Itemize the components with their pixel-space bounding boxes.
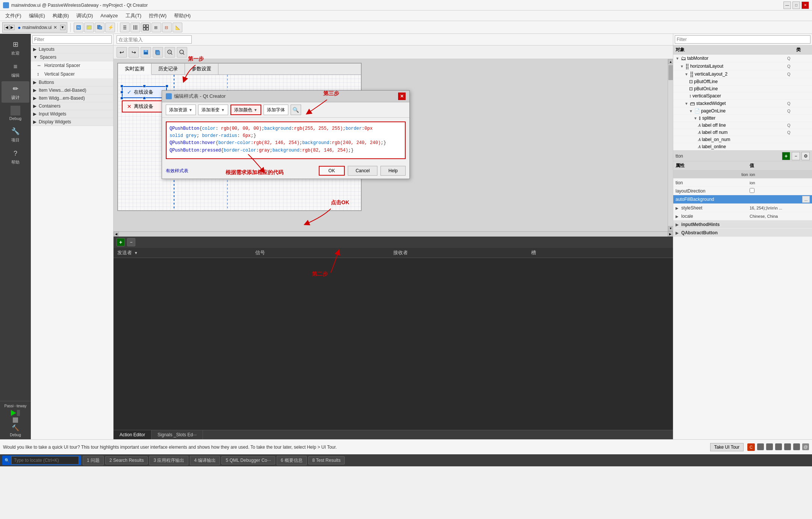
signal-add-btn[interactable]: + (117, 238, 125, 246)
offline-device-btn[interactable]: ✕ 离线设备 (122, 100, 167, 112)
signal-remove-btn[interactable]: − (127, 238, 135, 246)
status-icon-3[interactable] (775, 443, 782, 450)
tab-arrow-right[interactable]: ▶ (9, 25, 15, 30)
vertical-scrollbar[interactable]: ▲ ▼ (668, 59, 673, 231)
props-config-btn[interactable]: ⚙ (801, 152, 810, 160)
minimize-button[interactable]: — (783, 2, 791, 9)
props-category-qpushbutton[interactable]: ▶ QAbstractButton (673, 229, 812, 237)
widget-vspacer[interactable]: ↕ Vertical Spacer (31, 70, 113, 79)
saveas-btn[interactable] (153, 47, 163, 58)
sidebar-item-edit[interactable]: ≡ 编辑 (2, 59, 29, 80)
category-inputwidgets[interactable]: ▶ Input Widgets (31, 110, 113, 118)
run-icon[interactable] (11, 410, 16, 416)
obj-pButOnLine[interactable]: ⊡ pButOnLine (673, 85, 812, 93)
add-font-dropdown[interactable]: 添加字体 (264, 105, 288, 115)
modal-close-button[interactable]: ✕ (398, 93, 406, 100)
tab-history[interactable]: 历史记录 (151, 64, 185, 74)
tab-dropdown[interactable]: ▼ (60, 25, 65, 30)
hscroll-right[interactable]: ▶ (668, 231, 673, 237)
modal-cancel-button[interactable]: Cancel (348, 166, 377, 176)
bottom-tab-debugger[interactable]: 5 QML Debugger Co··· (221, 456, 275, 464)
obj-splitter[interactable]: ▼ ⫿ splitter (673, 115, 812, 122)
handle-ml[interactable] (120, 91, 123, 94)
designer-btn-1[interactable]: N (74, 23, 83, 32)
category-itemwidgets[interactable]: ▶ Item Widg...em-Based) (31, 94, 113, 102)
category-containers[interactable]: ▶ Containers (31, 102, 113, 110)
props-locale[interactable]: ▶ styleSheet 16, 254);)\n\n\n ... (673, 204, 812, 212)
obj-horizontalLayout[interactable]: ▼ ⣿ horizontalLayout Q (673, 62, 812, 70)
menu-debug[interactable]: 调试(D) (73, 11, 97, 21)
scroll-thumb[interactable] (668, 65, 673, 80)
modal-search-btn[interactable]: 🔍 (291, 105, 301, 115)
obj-tabMonitor[interactable]: ▼ 🗂 tabMonitor Q (673, 55, 812, 62)
scroll-down[interactable]: ▼ (668, 226, 673, 231)
status-icon-1[interactable] (757, 443, 764, 450)
scroll-up[interactable]: ▲ (668, 59, 673, 64)
sidebar-item-design[interactable]: ✏ 设计 (2, 81, 29, 103)
design-search-input[interactable] (117, 35, 192, 44)
designer-btn-2[interactable] (84, 23, 94, 32)
add-gradient-dropdown[interactable]: 添加渐变 ▼ (198, 105, 228, 115)
obj-pageOnLine[interactable]: ▼ 📄 pageOnLine Q (673, 108, 812, 115)
modal-ok-button[interactable]: OK (319, 166, 345, 176)
status-user-icon[interactable]: @ (802, 443, 809, 450)
designer-btn-4[interactable]: ⚡ (105, 23, 115, 32)
save-btn[interactable] (141, 47, 151, 58)
status-icon-5[interactable] (793, 443, 800, 450)
category-layouts[interactable]: ▶ Layouts (31, 46, 113, 53)
sidebar-debug2[interactable]: Debug (2, 432, 29, 438)
bottom-tab-test[interactable]: 8 Test Results (308, 456, 345, 464)
right-filter-input[interactable] (675, 35, 810, 44)
props-inputMethodHints[interactable]: ▶ locale Chinese, China (673, 212, 812, 220)
designer-btn-3[interactable] (95, 23, 105, 32)
obj-verticalLayout2[interactable]: ▼ ⣿ verticalLayout_2 Q (673, 70, 812, 78)
designer-btn-7[interactable] (141, 23, 151, 32)
sidebar-item-debug[interactable]: Debug (2, 103, 29, 123)
props-autoFillBackground[interactable]: layoutDirection (673, 187, 812, 195)
hscroll-track[interactable] (119, 232, 668, 237)
zoomout-btn[interactable]: - (177, 47, 187, 58)
handle-bl[interactable] (120, 97, 123, 100)
widget-hspacer[interactable]: ↔ Horizontal Spacer (31, 61, 113, 70)
category-itemviews[interactable]: ▶ Item Views...del-Based) (31, 86, 113, 94)
props-styleSheet[interactable]: autoFillBackground ... (673, 195, 812, 204)
hscroll-left[interactable]: ◀ (114, 231, 119, 237)
menu-build[interactable]: 构建(B) (49, 11, 73, 21)
menu-analyze[interactable]: Analyze (97, 11, 121, 20)
obj-verticalSpacer[interactable]: ↕ verticalSpacer (673, 93, 812, 100)
sidebar-passiveway[interactable]: Passi···teway (2, 403, 29, 409)
designer-btn-8[interactable]: ⊞ (151, 23, 161, 32)
bottom-tab-problems[interactable]: 1 问题 (83, 456, 104, 465)
locate-input-area[interactable]: 🔍 (2, 455, 81, 465)
bottom-tab-search[interactable]: 2 Search Results (105, 456, 148, 464)
code-editor-area[interactable]: QPushButton{color: rgb(00, 00, 00);backg… (166, 121, 406, 159)
category-displaywidgets[interactable]: ▶ Display Widgets (31, 118, 113, 126)
tab-signals-slots[interactable]: Signals _Slots Ed··· (151, 430, 203, 439)
status-icon-2[interactable] (766, 443, 773, 450)
obj-label-off-num[interactable]: 𝐴 label off num Q (673, 129, 812, 136)
obj-pButOffLine[interactable]: ⊡ pButOffLine (673, 78, 812, 85)
maximize-button[interactable]: □ (792, 2, 800, 9)
props-remove-btn[interactable]: − (792, 152, 800, 160)
take-ui-tour-button[interactable]: Take UI Tour (710, 443, 744, 451)
tab-realtime[interactable]: 实时监测 (118, 64, 151, 75)
horiz-scrollbar[interactable]: ◀ ▶ (114, 231, 673, 237)
add-resource-dropdown[interactable]: 添加资源 ▼ (166, 105, 196, 115)
handle-tm[interactable] (143, 85, 146, 88)
tab-arrow-left[interactable]: ◀ (4, 25, 9, 30)
menu-edit[interactable]: 编辑(E) (25, 11, 49, 21)
props-add-btn[interactable]: + (782, 152, 790, 160)
obj-label-online[interactable]: 𝐴 label_online (673, 143, 812, 150)
tab-action-editor[interactable]: Action Editor (114, 430, 151, 439)
designer-btn-9[interactable]: ⊟ (162, 23, 172, 32)
close-button[interactable]: ✕ (801, 2, 809, 9)
tab-close-icon[interactable]: ✕ (53, 25, 57, 30)
sidebar-build-btn[interactable] (2, 417, 29, 423)
undo-btn[interactable]: ↩ (117, 47, 127, 58)
obj-label-on-num[interactable]: 𝐴 label_on_num (673, 136, 812, 143)
designer-btn-6[interactable] (130, 23, 140, 32)
tab-settings[interactable]: 参数设置 (185, 64, 218, 74)
menu-tools[interactable]: 工具(T) (122, 11, 145, 21)
bottom-tab-compile[interactable]: 4 编译输出 (190, 456, 220, 465)
sidebar-item-project[interactable]: 🔧 项目 (2, 124, 29, 145)
